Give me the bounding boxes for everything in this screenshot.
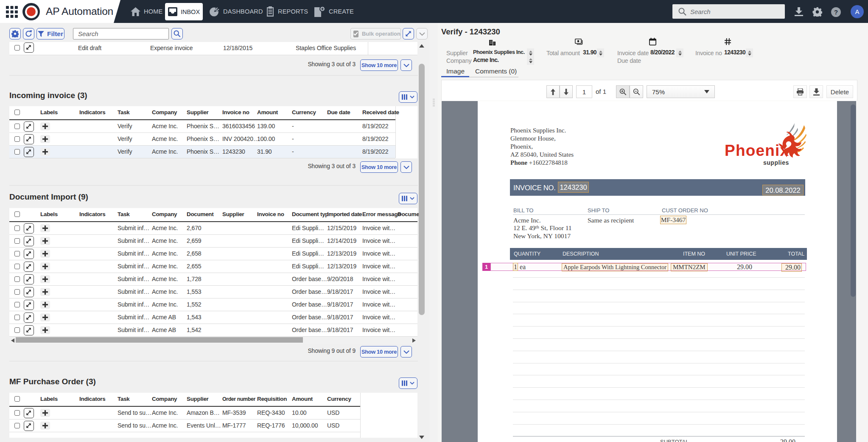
svg-text:?: ? bbox=[834, 8, 838, 16]
